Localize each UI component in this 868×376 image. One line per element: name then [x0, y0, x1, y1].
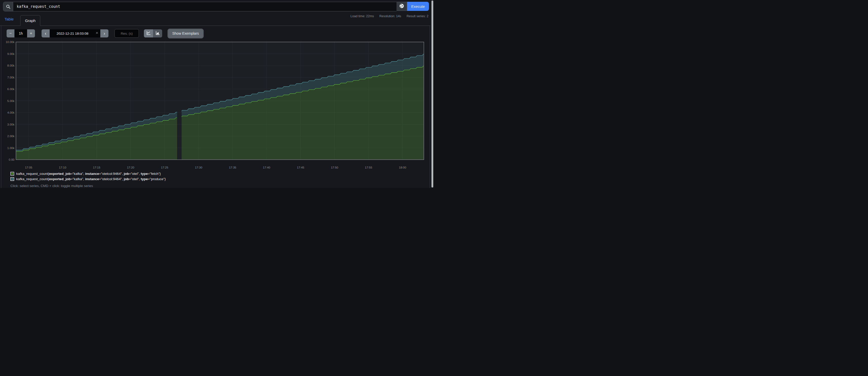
- query-bar: Execute: [3, 2, 429, 11]
- legend-hint: Click: select series, CMD + click: toggl…: [10, 184, 430, 188]
- x-tick-label: 17:50: [331, 166, 338, 169]
- legend-series-name: kafka_request_count{exported_job="kafka"…: [16, 177, 166, 181]
- query-input-group: [3, 2, 397, 11]
- y-tick-label: 3.00k: [7, 123, 14, 126]
- time-back-button[interactable]: ‹: [41, 29, 50, 37]
- y-tick-label: 9.00k: [7, 53, 14, 56]
- clear-time-icon[interactable]: ×: [96, 31, 98, 35]
- chart-area[interactable]: 0.001.00k2.00k3.00k4.00k5.00k6.00k7.00k8…: [1, 38, 430, 176]
- scrollbar-track[interactable]: [431, 0, 434, 188]
- y-tick-label: 8.00k: [7, 64, 14, 67]
- range-increase-button[interactable]: +: [27, 29, 35, 37]
- line-chart-icon: [146, 31, 151, 36]
- x-tick-label: 17:20: [127, 166, 134, 169]
- legend-swatch-icon: [10, 177, 14, 181]
- legend-swatch-icon: [10, 172, 14, 176]
- legend-series-name: kafka_request_count{exported_job="kafka"…: [16, 172, 161, 176]
- x-tick-label: 17:15: [93, 166, 100, 169]
- y-tick-label: 0.00: [9, 158, 14, 161]
- y-tick-label: 2.00k: [7, 135, 14, 138]
- search-icon: [3, 2, 13, 11]
- x-tick-label: 17:05: [25, 166, 32, 169]
- y-tick-label: 10.00k: [6, 40, 14, 43]
- tab-graph[interactable]: Graph: [20, 15, 40, 26]
- x-tick-label: 17:45: [297, 166, 304, 169]
- x-tick-label: 17:25: [161, 166, 168, 169]
- y-tick-label: 6.00k: [7, 88, 14, 91]
- y-tick-label: 1.00k: [7, 146, 14, 149]
- stacked-chart-icon: [155, 31, 160, 36]
- range-control: − +: [7, 29, 35, 37]
- chart-type-toggle: [144, 29, 162, 37]
- time-forward-button[interactable]: ›: [100, 29, 108, 37]
- query-input[interactable]: [13, 2, 397, 11]
- range-decrease-button[interactable]: −: [7, 29, 14, 37]
- line-chart-button[interactable]: [144, 29, 153, 37]
- time-box: ×: [50, 29, 100, 37]
- x-tick-label: 17:10: [59, 166, 66, 169]
- graph-toolbar: − + ‹ × ›: [7, 29, 430, 38]
- result-series: Result series: 2: [407, 14, 428, 18]
- globe-icon: [399, 3, 404, 9]
- x-tick-label: 17:35: [229, 166, 237, 169]
- range-input[interactable]: [14, 29, 27, 37]
- legend-item[interactable]: kafka_request_count{exported_job="kafka"…: [10, 176, 430, 182]
- graph-panel: − + ‹ × ›: [1, 26, 430, 188]
- prometheus-expression-browser: Execute Load time: 22ms Resolution: 14s …: [0, 0, 434, 188]
- resolution: Resolution: 14s: [379, 14, 401, 18]
- x-tick-label: 17:40: [263, 166, 270, 169]
- query-stats: Load time: 22ms Resolution: 14s Result s…: [346, 14, 428, 18]
- y-tick-label: 4.00k: [7, 111, 14, 114]
- tab-table[interactable]: Table: [5, 17, 14, 21]
- x-tick-label: 17:55: [365, 166, 372, 169]
- y-tick-label: 7.00k: [7, 76, 14, 79]
- time-control: ‹ × ›: [41, 29, 108, 37]
- stacked-chart-button[interactable]: [153, 29, 162, 37]
- x-tick-label: 18:00: [399, 166, 406, 169]
- x-tick-label: 17:30: [195, 166, 203, 169]
- show-exemplars-button[interactable]: Show Exemplars: [168, 29, 203, 38]
- graph-svg: 0.001.00k2.00k3.00k4.00k5.00k6.00k7.00k8…: [1, 38, 429, 175]
- tabs-row: Load time: 22ms Resolution: 14s Result s…: [0, 13, 430, 26]
- end-time-input[interactable]: [50, 31, 100, 36]
- load-time: Load time: 22ms: [350, 14, 374, 18]
- y-tick-label: 5.00k: [7, 99, 14, 102]
- scrollbar-thumb[interactable]: [431, 1, 433, 187]
- execute-button[interactable]: Execute: [407, 2, 429, 11]
- resolution-input[interactable]: [115, 29, 139, 38]
- timezone-globe-button[interactable]: [397, 2, 407, 11]
